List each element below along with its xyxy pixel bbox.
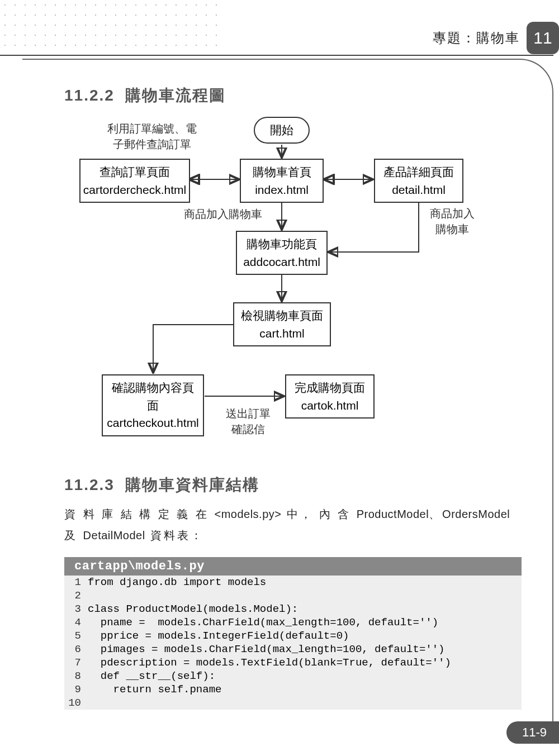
code-file-path: cartapp\models.py	[64, 557, 522, 576]
flow-node-func: 購物車功能頁 addcocart.html	[236, 231, 328, 275]
section-heading-2: 11.2.3 購物車資料庫結構	[64, 474, 522, 496]
code-line: 7 pdescription = models.TextField(blank=…	[64, 656, 522, 669]
line-content: return self.pname	[88, 683, 522, 696]
line-number: 1	[64, 576, 88, 589]
line-number: 4	[64, 616, 88, 629]
line-number: 7	[64, 656, 88, 669]
line-content: pdescription = models.TextField(blank=Tr…	[88, 656, 522, 669]
section-title: 購物車流程圖	[125, 87, 226, 104]
flow-check-title: 查詢訂單頁面	[100, 163, 170, 181]
flow-check-file: cartordercheck.html	[83, 181, 186, 199]
flow-ok-file: cartok.html	[301, 397, 359, 415]
page-number-badge: 11-9	[506, 721, 559, 744]
flow-index-title: 購物車首頁	[253, 163, 311, 181]
code-line: 9 return self.pname	[64, 683, 522, 696]
chapter-number-badge: 11	[527, 22, 559, 54]
flow-node-view: 檢視購物車頁面 cart.html	[233, 302, 331, 346]
chapter-header: 專題：購物車 11	[22, 21, 559, 55]
section-title-2: 購物車資料庫結構	[125, 476, 259, 493]
code-line: 3class ProductModel(models.Model):	[64, 602, 522, 616]
flow-view-title: 檢視購物車頁面	[241, 307, 323, 325]
code-line: 8 def __str__(self):	[64, 669, 522, 683]
flow-detail-file: detail.html	[392, 181, 446, 199]
p-sep-1: 、	[429, 508, 442, 520]
line-content: pprice = models.IntegerField(default=0)	[88, 629, 522, 643]
flow-note-send: 送出訂單確認信	[220, 406, 276, 437]
p-model-2: OrdersModel	[442, 508, 510, 520]
chapter-title: 專題：購物車	[433, 29, 520, 47]
code-block: cartapp\models.py 1from django.db import…	[64, 557, 522, 710]
flow-start-label: 開始	[270, 121, 293, 139]
line-number: 9	[64, 683, 88, 696]
flow-node-confirm: 確認購物內容頁面 cartcheckout.html	[102, 374, 204, 436]
line-number: 8	[64, 669, 88, 683]
flow-note-add-left: 商品加入購物車	[184, 206, 262, 222]
flow-node-check: 查詢訂單頁面 cartordercheck.html	[79, 159, 190, 203]
line-number: 10	[64, 696, 88, 710]
flow-view-file: cart.html	[259, 325, 305, 343]
code-table: 1from django.db import models23class Pro…	[64, 576, 522, 710]
flow-node-detail: 產品詳細頁面 detail.html	[374, 159, 463, 203]
flow-index-file: index.html	[255, 181, 309, 199]
code-line: 4 pname = models.CharField(max_length=10…	[64, 616, 522, 629]
p-model-3: DetailModel	[83, 529, 145, 541]
line-content	[88, 589, 522, 602]
flow-detail-title: 產品詳細頁面	[383, 163, 454, 181]
p-text-2: 中， 內 含	[281, 508, 356, 520]
line-content	[88, 696, 522, 710]
line-content: pimages = models.CharField(max_length=10…	[88, 643, 522, 656]
section-heading-1: 11.2.2 購物車流程圖	[64, 85, 522, 106]
flow-func-file: addcocart.html	[243, 253, 320, 271]
line-content: pname = models.CharField(max_length=100,…	[88, 616, 522, 629]
p-file: <models.py>	[214, 508, 281, 520]
flow-ok-title: 完成購物頁面	[295, 379, 365, 397]
code-line: 2	[64, 589, 522, 602]
flow-func-title: 購物車功能頁	[247, 235, 317, 253]
flow-node-ok: 完成購物頁面 cartok.html	[285, 374, 375, 419]
flow-node-start: 開始	[254, 117, 310, 144]
line-number: 6	[64, 643, 88, 656]
line-number: 5	[64, 629, 88, 643]
flow-note-query: 利用訂單編號、電子郵件查詢訂單	[100, 121, 203, 152]
line-number: 3	[64, 602, 88, 616]
db-paragraph: 資 料 庫 結 構 定 義 在 <models.py> 中， 內 含 Produ…	[64, 503, 522, 546]
code-line: 1from django.db import models	[64, 576, 522, 589]
section-number: 11.2.2	[64, 87, 115, 104]
page-content: 11.2.2 購物車流程圖	[22, 59, 553, 739]
section-number-2: 11.2.3	[64, 476, 115, 493]
code-line: 6 pimages = models.CharField(max_length=…	[64, 643, 522, 656]
flow-note-add-right: 商品加入購物車	[424, 206, 480, 237]
line-content: from django.db import models	[88, 576, 522, 589]
header-underline	[0, 55, 553, 56]
line-content: def __str__(self):	[88, 669, 522, 683]
code-line: 10	[64, 696, 522, 710]
line-number: 2	[64, 589, 88, 602]
line-content: class ProductModel(models.Model):	[88, 602, 522, 616]
p-model-1: ProductModel	[357, 508, 429, 520]
flow-confirm-title: 確認購物內容頁面	[108, 379, 197, 414]
flowchart-diagram: 開始 利用訂單編號、電子郵件查詢訂單 查詢訂單頁面 cartordercheck…	[75, 114, 511, 455]
flow-node-index: 購物車首頁 index.html	[240, 159, 324, 203]
p-text-1: 資 料 庫 結 構 定 義 在	[64, 508, 214, 520]
p-text-3: 及	[64, 529, 83, 541]
flow-confirm-file: cartcheckout.html	[107, 414, 199, 432]
code-line: 5 pprice = models.IntegerField(default=0…	[64, 629, 522, 643]
p-text-4: 資料表：	[145, 529, 205, 541]
